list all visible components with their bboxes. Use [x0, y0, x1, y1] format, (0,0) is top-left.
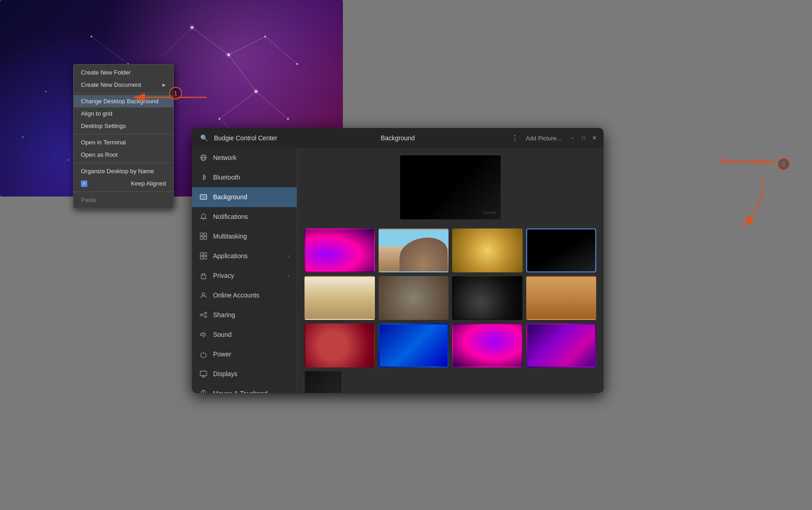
wallpaper-thumb-12[interactable] [304, 371, 341, 393]
wallpaper-thumb-9[interactable] [379, 324, 449, 367]
annotation-step1: 1 [169, 87, 182, 100]
background-icon [199, 193, 208, 201]
sidebar-item-sound[interactable]: Sound [192, 325, 297, 345]
svg-line-3 [229, 55, 256, 91]
wallpaper-thumb-7[interactable] [526, 276, 597, 320]
svg-line-1 [229, 37, 265, 55]
sidebar-item-label-sound: Sound [213, 331, 289, 338]
window-title: Background [381, 134, 415, 142]
sidebar-item-label-sharing: Sharing [213, 311, 289, 319]
wallpaper-thumb-8[interactable] [304, 324, 375, 367]
wallpaper-thumb-10[interactable] [452, 324, 523, 367]
svg-point-43 [202, 293, 205, 296]
network-icon [199, 154, 208, 162]
svg-point-18 [91, 36, 92, 37]
applications-arrow: › [288, 254, 289, 259]
wallpaper-thumb-1[interactable] [379, 228, 449, 272]
privacy-icon [199, 271, 208, 280]
online-accounts-icon [199, 291, 208, 299]
sidebar-item-label-network: Network [213, 154, 289, 161]
context-menu-item-create-new-folder[interactable]: Create New Folder [74, 66, 173, 79]
wallpaper-thumb-11[interactable] [526, 324, 597, 367]
sidebar-item-label-online-accounts: Online Accounts [213, 292, 289, 299]
svg-point-24 [189, 25, 195, 30]
svg-point-44 [205, 312, 207, 314]
svg-point-45 [200, 314, 202, 316]
wallpaper-grid [304, 227, 596, 393]
svg-point-25 [226, 52, 231, 58]
sidebar: Network Bluetooth Background Notificatio… [192, 148, 297, 393]
context-menu-item-keep-aligned[interactable]: Keep Aligned [74, 177, 173, 190]
step2-circle: 2 [777, 158, 790, 170]
maximize-button[interactable]: □ [580, 134, 587, 142]
bluetooth-icon [199, 173, 208, 181]
svg-point-23 [68, 159, 69, 161]
context-menu-item-change-desktop-background[interactable]: Change Desktop Background [74, 95, 173, 107]
menu-dots[interactable]: ⋮ [511, 134, 518, 143]
sidebar-item-label-mouse-touchpad: Mouse & Touchpad [213, 390, 289, 393]
sidebar-item-label-power: Power [213, 351, 289, 358]
context-menu-item-desktop-settings[interactable]: Desktop Settings [74, 120, 173, 132]
wallpaper-thumb-0[interactable] [304, 228, 375, 272]
wallpaper-thumb-5[interactable] [379, 276, 449, 320]
sidebar-item-network[interactable]: Network [192, 148, 297, 168]
sidebar-item-label-privacy: Privacy [213, 272, 283, 279]
search-icon[interactable]: 🔍 [198, 132, 210, 144]
context-menu-item-create-new-document[interactable]: Create New Document ▶ [74, 79, 173, 91]
wallpaper-thumb-2[interactable] [452, 228, 523, 272]
multitasking-icon [199, 232, 208, 240]
context-menu-item-organize-desktop[interactable]: Organize Desktop by Name [74, 165, 173, 177]
sidebar-item-privacy[interactable]: Privacy › [192, 266, 297, 286]
sidebar-item-online-accounts[interactable]: Online Accounts [192, 286, 297, 305]
context-menu-item-open-terminal[interactable]: Open in Terminal [74, 136, 173, 149]
context-menu-item-open-as-root[interactable]: Open as Root [74, 149, 173, 161]
add-picture-button[interactable]: Add Picture... [522, 133, 565, 143]
keep-aligned-checkbox [81, 181, 87, 187]
sound-icon [199, 330, 208, 339]
svg-line-2 [265, 37, 297, 64]
context-menu-item-align-to-grid[interactable]: Align to grid [74, 107, 173, 120]
wallpaper-thumb-4[interactable] [304, 276, 375, 320]
separator-3 [74, 163, 173, 163]
sidebar-item-mouse-touchpad[interactable]: Mouse & Touchpad [192, 384, 297, 393]
svg-rect-40 [200, 256, 203, 259]
svg-rect-42 [201, 275, 206, 279]
svg-rect-39 [204, 253, 207, 255]
sidebar-item-applications[interactable]: Applications › [192, 246, 297, 266]
sidebar-item-power[interactable]: Power [192, 345, 297, 364]
displays-icon [199, 370, 208, 378]
sidebar-item-label-notifications: Notifications [213, 213, 289, 220]
wallpaper-thumb-6[interactable] [452, 276, 523, 320]
notifications-icon [199, 212, 208, 221]
wallpaper-thumb-3[interactable] [526, 228, 597, 272]
minimize-button[interactable]: − [569, 134, 576, 142]
titlebar-controls: Add Picture... − □ ✕ [522, 133, 598, 143]
sidebar-item-background[interactable]: Background [192, 187, 297, 207]
svg-rect-37 [204, 237, 207, 239]
sidebar-item-sharing[interactable]: Sharing [192, 305, 297, 325]
svg-line-48 [202, 315, 205, 316]
submenu-arrow: ▶ [162, 82, 166, 87]
content-area: Network Bluetooth Background Notificatio… [192, 148, 604, 393]
sidebar-item-multitasking[interactable]: Multitasking [192, 227, 297, 246]
close-button[interactable]: ✕ [591, 134, 598, 142]
app-title: Budgie Control Center [210, 134, 511, 142]
svg-line-5 [219, 91, 256, 119]
sidebar-item-label-bluetooth: Bluetooth [213, 174, 289, 181]
separator-4 [74, 191, 173, 192]
svg-point-22 [22, 137, 24, 138]
separator-2 [74, 134, 173, 134]
svg-point-21 [45, 91, 47, 92]
annotation-step2-text: Choose wallpaper [720, 158, 775, 165]
svg-line-4 [256, 91, 288, 119]
sidebar-item-notifications[interactable]: Notifications [192, 207, 297, 227]
context-menu-item-paste[interactable]: Paste [74, 194, 173, 206]
sharing-icon [199, 311, 208, 319]
svg-rect-36 [200, 237, 203, 239]
sidebar-item-displays[interactable]: Displays [192, 364, 297, 384]
sidebar-item-bluetooth[interactable]: Bluetooth [192, 168, 297, 187]
svg-line-8 [91, 37, 128, 64]
svg-point-13 [296, 63, 298, 65]
svg-rect-33 [201, 196, 206, 198]
annotation-arrow-2 [734, 176, 771, 231]
